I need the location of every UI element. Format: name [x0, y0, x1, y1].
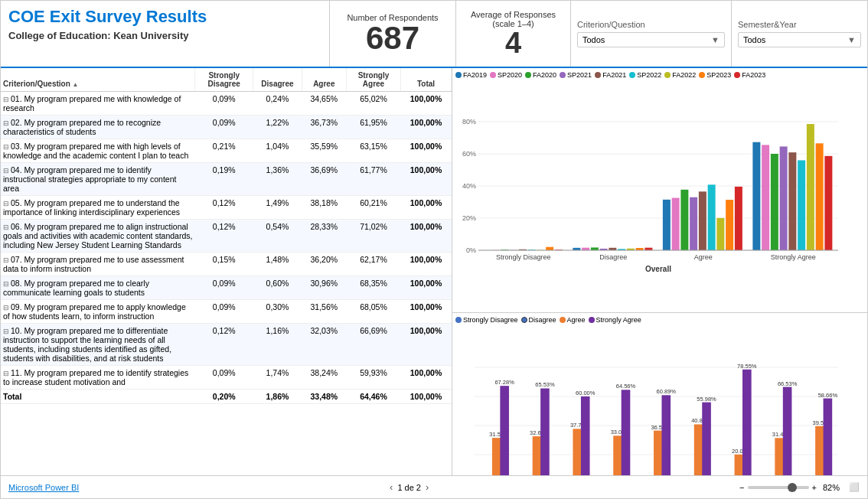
expand-icon[interactable]: ⊟: [3, 200, 9, 207]
col-a: Agree: [302, 68, 346, 92]
svg-text:78.55%: 78.55%: [737, 363, 757, 370]
criterion-filter[interactable]: Criterion/Question Todos ▼: [571, 1, 732, 67]
svg-text:Strongly Disagree: Strongly Disagree: [496, 253, 551, 261]
svg-text:55.98%: 55.98%: [697, 396, 716, 403]
avg-label: Average of Responses (scale 1–4): [459, 10, 567, 28]
svg-rect-72: [573, 429, 582, 475]
zoom-level: 82%: [823, 483, 840, 492]
footer: Microsoft Power BI ‹ 1 de 2 › − + 82% ⬜: [1, 475, 867, 498]
chevron-down-icon-2: ▼: [847, 35, 856, 44]
semester-filter[interactable]: Semester&Year Todos ▼: [732, 1, 867, 67]
powerbi-link[interactable]: Microsoft Power BI: [8, 483, 79, 492]
svg-rect-88: [661, 395, 671, 475]
svg-rect-74: [581, 396, 590, 475]
svg-rect-35: [708, 184, 716, 250]
svg-rect-93: [694, 424, 703, 475]
col-criterion: Criterion/Question ▲: [1, 68, 195, 92]
svg-rect-40: [752, 142, 760, 250]
svg-rect-46: [807, 124, 814, 250]
svg-text:67.28%: 67.28%: [494, 379, 514, 386]
semester-filter-select[interactable]: Todos ▼: [738, 32, 861, 47]
avg-panel: Average of Responses (scale 1–4) 4: [456, 1, 571, 67]
page-info: 1 de 2: [397, 483, 421, 492]
top-chart: FA2019SP2020FA2020SP2021FA2021SP2022FA20…: [452, 68, 867, 313]
expand-icon[interactable]: ⊟: [3, 256, 9, 264]
criterion-filter-label: Criterion/Question: [577, 20, 725, 29]
svg-rect-81: [622, 390, 631, 475]
bottom-chart: Strongly Disagree Disagree Agree Strongl…: [452, 313, 867, 475]
table-row: ⊟10. My program prepared me to different…: [1, 324, 452, 366]
zoom-thumb: [788, 483, 797, 492]
svg-rect-58: [492, 438, 501, 475]
expand-icon[interactable]: ⊟: [3, 96, 9, 103]
expand-icon[interactable]: ⊟: [3, 119, 9, 127]
svg-rect-43: [780, 146, 788, 250]
svg-rect-21: [582, 248, 589, 250]
svg-text:2.05%: 2.05%: [761, 475, 776, 475]
svg-rect-42: [771, 154, 778, 250]
svg-rect-32: [680, 190, 688, 250]
col-total: Total: [401, 68, 452, 92]
svg-rect-107: [775, 438, 784, 475]
table-row: ⊟01. My program prepared me with knowled…: [1, 92, 452, 116]
svg-text:65.53%: 65.53%: [535, 381, 555, 388]
respondents-value: 687: [366, 22, 419, 54]
table-row: ⊟06. My program prepared me to align ins…: [1, 220, 452, 253]
svg-rect-95: [702, 403, 711, 475]
criterion-filter-value: Todos: [582, 35, 605, 44]
table-row: ⊟04. My program prepared me to identify …: [1, 163, 452, 196]
zoom-slider[interactable]: [748, 486, 809, 489]
criterion-filter-select[interactable]: Todos ▼: [577, 32, 725, 47]
svg-text:60%: 60%: [462, 150, 476, 158]
bottom-chart-legend: Strongly Disagree Disagree Agree Strongl…: [455, 316, 864, 324]
zoom-minus-icon[interactable]: −: [739, 483, 744, 492]
svg-rect-48: [824, 156, 832, 250]
expand-icon[interactable]: ⊟: [3, 167, 9, 174]
respondents-panel: Number of Respondents 687: [330, 1, 456, 67]
zoom-control: − + 82% ⬜: [739, 482, 860, 492]
zoom-plus-icon[interactable]: +: [812, 483, 817, 492]
svg-text:80%: 80%: [462, 118, 476, 126]
svg-text:Strongly Agree: Strongly Agree: [771, 253, 816, 261]
svg-rect-116: [824, 399, 833, 475]
svg-text:Overall: Overall: [645, 265, 671, 273]
svg-rect-22: [591, 247, 599, 250]
svg-text:0%: 0%: [466, 246, 476, 254]
svg-rect-65: [533, 436, 542, 475]
table-row: ⊟09. My program prepared me to apply kno…: [1, 300, 452, 324]
data-table-section: Criterion/Question ▲ Strongly Disagree D…: [1, 68, 452, 475]
expand-icon[interactable]: ⊟: [3, 370, 9, 377]
expand-icon[interactable]: ⊟: [3, 304, 9, 311]
header-title-section: COE Exit Survey Results College of Educa…: [1, 1, 330, 67]
expand-icon[interactable]: ⊟: [3, 223, 9, 231]
svg-rect-17: [546, 247, 553, 250]
svg-rect-60: [500, 386, 509, 475]
prev-page-button[interactable]: ‹: [390, 481, 393, 493]
top-chart-legend: FA2019SP2020FA2020SP2021FA2021SP2022FA20…: [455, 71, 864, 79]
semester-filter-label: Semester&Year: [738, 20, 861, 29]
svg-text:60.89%: 60.89%: [657, 388, 677, 395]
report-subtitle: College of Education: Kean University: [8, 30, 321, 41]
svg-text:60.00%: 60.00%: [576, 390, 596, 396]
svg-text:Disagree: Disagree: [599, 253, 627, 261]
expand-icon[interactable]: ⊟: [3, 143, 9, 151]
svg-rect-28: [644, 248, 652, 250]
fullscreen-icon[interactable]: ⬜: [849, 482, 860, 492]
table-row: ⊟11. My program prepared me to identify …: [1, 366, 452, 390]
svg-rect-100: [735, 455, 744, 475]
table-row: ⊟03. My program prepared me with high le…: [1, 139, 452, 163]
expand-icon[interactable]: ⊟: [3, 328, 9, 335]
expand-icon[interactable]: ⊟: [3, 280, 9, 288]
semester-filter-value: Todos: [743, 35, 765, 44]
avg-value: 4: [505, 28, 521, 57]
svg-rect-30: [663, 200, 671, 250]
page-navigation: ‹ 1 de 2 ›: [390, 481, 429, 493]
svg-text:58.66%: 58.66%: [818, 392, 838, 399]
svg-text:66.53%: 66.53%: [778, 380, 798, 387]
charts-section: FA2019SP2020FA2020SP2021FA2021SP2022FA20…: [452, 68, 867, 475]
col-d: Disagree: [253, 68, 302, 92]
svg-rect-86: [654, 431, 663, 475]
table-row: Total0,20%1,86%33,48%64,46%100,00%: [1, 390, 452, 404]
svg-rect-47: [816, 143, 824, 250]
next-page-button[interactable]: ›: [426, 481, 429, 493]
